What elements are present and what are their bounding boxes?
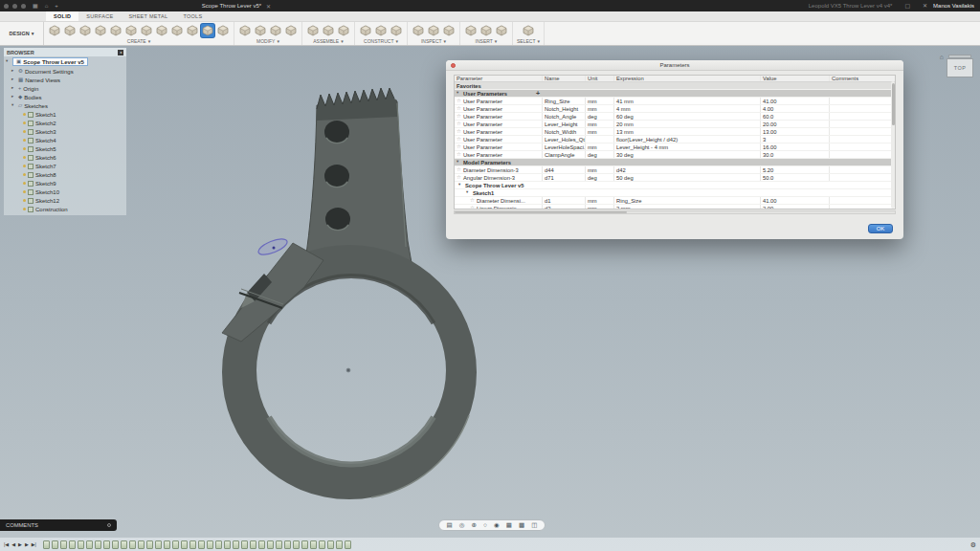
parameter-row[interactable]: ☆Angular Dimension-3d71deg50 deg50.0: [455, 174, 895, 182]
parameter-row[interactable]: ☆Diameter Dimensi...d1mmRing_Size41.00: [455, 197, 895, 205]
toolbar-group-label-assemble[interactable]: ASSEMBLE▾: [313, 38, 343, 44]
timeline-feature-sketch[interactable]: [345, 540, 351, 549]
comments-avatar-icon[interactable]: [107, 523, 111, 527]
scrollbar-thumb[interactable]: [455, 211, 627, 213]
display-settings-icon[interactable]: ▦: [506, 522, 512, 529]
timeline-feature-sketch[interactable]: [189, 540, 196, 549]
lightbulb-icon[interactable]: [23, 121, 26, 124]
joint-icon[interactable]: [322, 24, 335, 37]
vertical-scrollbar[interactable]: [891, 81, 895, 209]
horizontal-scrollbar[interactable]: [454, 210, 896, 214]
browser-node-origin[interactable]: ▸+Origin: [4, 84, 126, 93]
favorite-star-icon[interactable]: ☆: [457, 129, 461, 135]
favorite-star-icon[interactable]: ☆: [457, 121, 461, 127]
timeline-feature-sketch[interactable]: [327, 540, 334, 549]
lightbulb-icon[interactable]: [23, 147, 26, 150]
sketch-point[interactable]: [273, 247, 276, 250]
browser-node-document-settings[interactable]: ▸⚙Document Settings: [4, 67, 126, 76]
parameter-name[interactable]: Lever_Holes_Qty: [543, 136, 586, 143]
root-document-box[interactable]: ▣ Scope Throw Lever v5: [12, 57, 88, 66]
column-unit[interactable]: Unit: [586, 76, 614, 81]
browser-sketch-sketch1[interactable]: Sketch1: [4, 110, 126, 119]
toolbar-group-label-modify[interactable]: MODIFY▾: [256, 38, 279, 44]
combine-icon[interactable]: [284, 24, 298, 37]
timeline-feature-sketch[interactable]: [95, 540, 101, 549]
timeline-feature-sketch[interactable]: [319, 540, 325, 549]
chevron-down-icon[interactable]: ▾: [6, 59, 11, 64]
viewcube-home-icon[interactable]: ⌂: [940, 54, 944, 60]
browser-node-named-views[interactable]: ▸▦Named Views: [4, 76, 126, 84]
press-pull-icon[interactable]: [238, 24, 252, 37]
tab-solid[interactable]: SOLID: [46, 11, 78, 21]
browser-node-sketches[interactable]: ▾▱Sketches: [4, 101, 126, 110]
lightbulb-icon[interactable]: [23, 113, 26, 116]
parameter-row[interactable]: ☆User ParameterLeverHoleSpaci...mmLever_…: [455, 143, 895, 151]
parameter-row[interactable]: ☆Linear Dimensio...d2mm2 mm2.00: [455, 205, 895, 209]
construction-point-icon[interactable]: [390, 24, 403, 37]
viewcube-top-face[interactable]: TOP: [947, 58, 973, 77]
extrude-icon[interactable]: [170, 24, 184, 37]
step-forward-button[interactable]: ▶: [25, 542, 29, 547]
favorite-star-icon[interactable]: ☆: [457, 167, 461, 173]
browser-sketch-sketch7[interactable]: Sketch7: [4, 162, 126, 170]
skip-end-button[interactable]: ▶|: [32, 542, 36, 547]
parameter-name[interactable]: Notch_Height: [543, 105, 586, 112]
timeline-feature-sketch[interactable]: [43, 540, 50, 549]
user-name[interactable]: Manos Vasilakis: [933, 3, 974, 9]
orbit-icon[interactable]: ○: [483, 522, 487, 529]
chevron-down-icon[interactable]: ▾: [466, 190, 471, 195]
favorite-star-icon[interactable]: ☆: [457, 144, 461, 150]
parameter-comment[interactable]: [830, 205, 895, 209]
timeline-feature-sketch[interactable]: [129, 540, 136, 549]
parameter-row[interactable]: ☆User ParameterClampAngledeg30 deg30.0: [455, 151, 895, 159]
parameter-name[interactable]: ClampAngle: [543, 151, 586, 158]
lightbulb-icon[interactable]: [23, 199, 26, 202]
section-analysis-icon[interactable]: [442, 24, 456, 37]
toolbar-group-label-inspect[interactable]: INSPECT▾: [421, 38, 446, 44]
fillet-icon[interactable]: [254, 24, 267, 37]
parameter-name[interactable]: d71: [543, 174, 586, 181]
browser-sketch-sketch12[interactable]: Sketch12: [4, 196, 126, 205]
timeline-feature-sketch[interactable]: [155, 540, 162, 549]
group-row-sketch1[interactable]: ▾Sketch1: [455, 189, 895, 197]
timeline-feature-sketch[interactable]: [121, 540, 127, 549]
ok-button[interactable]: OK: [868, 224, 893, 233]
column-value[interactable]: Value: [761, 76, 830, 81]
timeline-feature-sketch[interactable]: [258, 540, 265, 549]
parameter-name[interactable]: Ring_Size: [543, 98, 586, 104]
parameter-comment[interactable]: [830, 166, 895, 173]
design-menu[interactable]: DESIGN ▾: [0, 22, 44, 45]
parameter-comment[interactable]: [830, 143, 895, 150]
favorite-star-icon[interactable]: ☆: [457, 99, 461, 104]
parameter-row[interactable]: ☆User ParameterNotch_Angledeg60 deg60.0: [455, 113, 895, 121]
sphere-icon[interactable]: [109, 24, 122, 37]
favorite-star-icon[interactable]: ☆: [457, 137, 461, 143]
data-panel-icon[interactable]: ▦: [33, 3, 38, 9]
browser-sketch-sketch3[interactable]: Sketch3: [4, 127, 126, 136]
timeline-feature-sketch[interactable]: [301, 540, 308, 549]
look-at-icon[interactable]: ◉: [494, 522, 500, 529]
timeline-feature-sketch[interactable]: [52, 540, 58, 549]
parameter-expression[interactable]: 60 deg: [614, 113, 761, 120]
interference-icon[interactable]: [427, 24, 440, 37]
timeline-feature-sketch[interactable]: [198, 540, 205, 549]
collapse-panel-icon[interactable]: ◂: [118, 50, 123, 55]
lever-holes[interactable]: [324, 121, 350, 231]
timeline-feature-sketch[interactable]: [69, 540, 76, 549]
timeline-feature-sketch[interactable]: [310, 540, 317, 549]
parameter-comment[interactable]: [830, 113, 895, 120]
parameter-comment[interactable]: [830, 105, 895, 112]
parameter-row[interactable]: ☆User ParameterNotch_Widthmm13 mm13.00: [455, 128, 895, 136]
favorite-star-icon[interactable]: ☆: [457, 175, 461, 181]
lightbulb-icon[interactable]: [23, 165, 26, 167]
parameter-name[interactable]: d1: [543, 197, 586, 204]
skip-start-button[interactable]: |◀: [4, 542, 9, 547]
timeline-feature-sketch[interactable]: [241, 540, 248, 549]
close-tab-icon[interactable]: ✕: [266, 3, 271, 10]
lightbulb-icon[interactable]: [23, 190, 26, 193]
dialog-close-button[interactable]: [451, 63, 456, 68]
pan-icon[interactable]: ⊕: [472, 522, 477, 529]
favorite-star-icon[interactable]: ☆: [457, 152, 461, 158]
timeline-feature-sketch[interactable]: [336, 540, 343, 549]
window-zoom-button[interactable]: [21, 4, 26, 9]
